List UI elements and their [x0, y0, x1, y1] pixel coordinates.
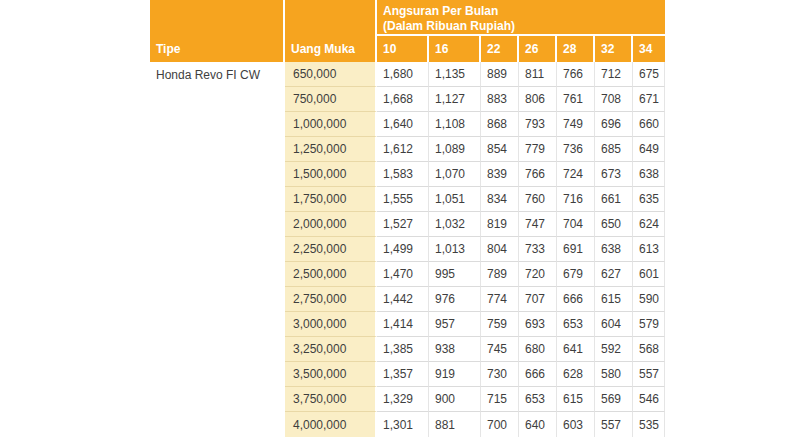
installment-cell: 624 — [633, 212, 665, 237]
installment-cell: 650 — [595, 212, 633, 237]
installment-cell: 640 — [519, 412, 557, 437]
installment-cell: 900 — [429, 387, 481, 412]
table-body: Honda Revo FI CW650,0001,6801,1358898117… — [150, 62, 665, 437]
installment-cell: 1,640 — [377, 112, 429, 137]
installment-cell: 854 — [481, 137, 519, 162]
column-header-tenor-16: 16 — [429, 36, 481, 62]
installment-cell: 613 — [633, 237, 665, 262]
uang-muka-cell: 2,500,000 — [285, 262, 377, 287]
installment-cell: 868 — [481, 112, 519, 137]
installment-cell: 779 — [519, 137, 557, 162]
installment-cell: 806 — [519, 87, 557, 112]
installment-cell: 1,470 — [377, 262, 429, 287]
installment-cell: 615 — [595, 287, 633, 312]
installment-cell: 957 — [429, 312, 481, 337]
installment-cell: 938 — [429, 337, 481, 362]
installment-cell: 761 — [557, 87, 595, 112]
column-header-uang-muka: Uang Muka — [285, 0, 377, 62]
installment-cell: 747 — [519, 212, 557, 237]
installment-cell: 592 — [595, 337, 633, 362]
installment-cell: 1,414 — [377, 312, 429, 337]
angsuran-title-line1: Angsuran Per Bulan — [383, 4, 498, 18]
installment-cell: 653 — [557, 312, 595, 337]
installment-cell: 673 — [595, 162, 633, 187]
installment-cell: 680 — [519, 337, 557, 362]
installment-cell: 1,135 — [429, 62, 481, 87]
installment-cell: 819 — [481, 212, 519, 237]
table-header: Tipe Uang Muka Angsuran Per Bulan (Dalam… — [150, 0, 665, 62]
installment-cell: 789 — [481, 262, 519, 287]
installment-cell: 811 — [519, 62, 557, 87]
installment-cell: 671 — [633, 87, 665, 112]
installment-cell: 535 — [633, 412, 665, 437]
installment-price-table: Tipe Uang Muka Angsuran Per Bulan (Dalam… — [150, 0, 665, 437]
installment-cell: 889 — [481, 62, 519, 87]
installment-cell: 1,032 — [429, 212, 481, 237]
installment-cell: 1,442 — [377, 287, 429, 312]
installment-cell: 693 — [519, 312, 557, 337]
installment-cell: 1,612 — [377, 137, 429, 162]
uang-muka-cell: 4,000,000 — [285, 412, 377, 437]
installment-cell: 793 — [519, 112, 557, 137]
uang-muka-cell: 1,750,000 — [285, 187, 377, 212]
page: Tipe Uang Muka Angsuran Per Bulan (Dalam… — [0, 0, 800, 445]
uang-muka-cell: 1,500,000 — [285, 162, 377, 187]
installment-cell: 724 — [557, 162, 595, 187]
installment-cell: 1,127 — [429, 87, 481, 112]
installment-cell: 733 — [519, 237, 557, 262]
installment-cell: 708 — [595, 87, 633, 112]
installment-cell: 745 — [481, 337, 519, 362]
header-row-group: Tipe Uang Muka Angsuran Per Bulan (Dalam… — [150, 0, 665, 36]
installment-cell: 557 — [595, 412, 633, 437]
installment-cell: 1,385 — [377, 337, 429, 362]
uang-muka-cell: 2,750,000 — [285, 287, 377, 312]
uang-muka-cell: 2,000,000 — [285, 212, 377, 237]
installment-cell: 641 — [557, 337, 595, 362]
tipe-value-cell: Honda Revo FI CW — [150, 62, 285, 437]
uang-muka-cell: 750,000 — [285, 87, 377, 112]
installment-cell: 804 — [481, 237, 519, 262]
installment-cell: 1,555 — [377, 187, 429, 212]
installment-cell: 712 — [595, 62, 633, 87]
column-header-tipe: Tipe — [150, 0, 285, 62]
installment-cell: 649 — [633, 137, 665, 162]
angsuran-title-line2: (Dalam Ribuan Rupiah) — [383, 19, 515, 33]
installment-cell: 716 — [557, 187, 595, 212]
installment-cell: 568 — [633, 337, 665, 362]
installment-cell: 1,051 — [429, 187, 481, 212]
installment-cell: 700 — [481, 412, 519, 437]
installment-cell: 675 — [633, 62, 665, 87]
installment-cell: 1,070 — [429, 162, 481, 187]
installment-cell: 590 — [633, 287, 665, 312]
installment-cell: 666 — [557, 287, 595, 312]
installment-cell: 766 — [519, 162, 557, 187]
installment-cell: 638 — [633, 162, 665, 187]
uang-muka-cell: 3,250,000 — [285, 337, 377, 362]
installment-cell: 1,013 — [429, 237, 481, 262]
installment-cell: 1,108 — [429, 112, 481, 137]
installment-cell: 580 — [595, 362, 633, 387]
uang-muka-cell: 1,250,000 — [285, 137, 377, 162]
installment-cell: 685 — [595, 137, 633, 162]
installment-cell: 883 — [481, 87, 519, 112]
installment-cell: 766 — [557, 62, 595, 87]
uang-muka-cell: 3,000,000 — [285, 312, 377, 337]
installment-cell: 759 — [481, 312, 519, 337]
installment-cell: 720 — [519, 262, 557, 287]
installment-cell: 730 — [481, 362, 519, 387]
installment-cell: 774 — [481, 287, 519, 312]
column-header-tenor-10: 10 — [377, 36, 429, 62]
installment-cell: 1,668 — [377, 87, 429, 112]
uang-muka-cell: 2,250,000 — [285, 237, 377, 262]
installment-cell: 691 — [557, 237, 595, 262]
installment-cell: 749 — [557, 112, 595, 137]
column-header-tenor-22: 22 — [481, 36, 519, 62]
installment-cell: 546 — [633, 387, 665, 412]
installment-cell: 976 — [429, 287, 481, 312]
column-header-tenor-26: 26 — [519, 36, 557, 62]
installment-cell: 1,329 — [377, 387, 429, 412]
installment-cell: 660 — [633, 112, 665, 137]
installment-cell: 638 — [595, 237, 633, 262]
installment-cell: 679 — [557, 262, 595, 287]
column-header-tenor-28: 28 — [557, 36, 595, 62]
